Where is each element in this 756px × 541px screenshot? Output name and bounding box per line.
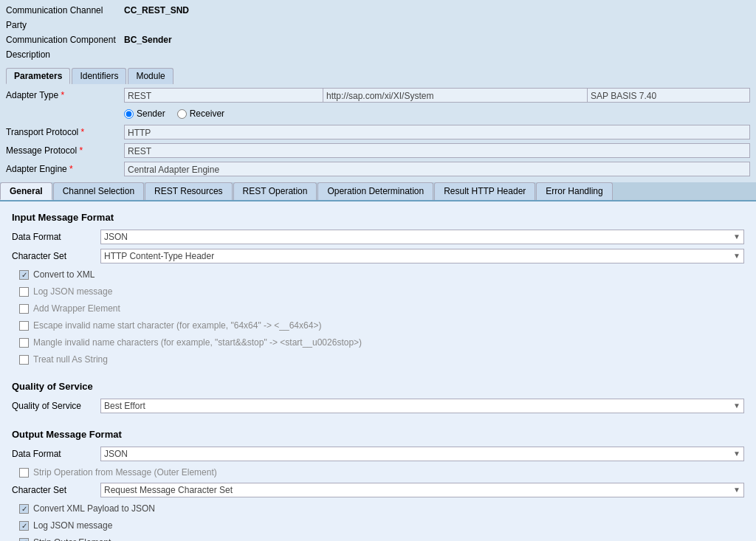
output-section-title: Output Message Format [12,429,744,440]
adapter-engine-value: Central Adapter Engine [124,162,750,176]
qos-row: Quality of Service Best Effort ▼ [12,398,744,414]
outer-tab-bar: Parameters Identifiers Module [0,65,756,84]
output-data-format-label: Data Format [12,449,100,459]
communication-channel-label: Communication Channel [6,5,124,15]
party-row: Party [6,18,750,32]
escape-invalid-checkbox[interactable] [19,321,29,331]
description-row: Description [6,47,750,62]
convert-xml-checkbox[interactable] [19,270,29,280]
tab-error-handling[interactable]: Error Handling [536,182,612,200]
qos-dropdown-arrow: ▼ [733,399,740,413]
main-content: Input Message Format Data Format JSON ▼ … [0,201,756,541]
tab-module[interactable]: Module [128,68,173,84]
output-data-format-select[interactable]: JSON ▼ [100,447,744,461]
tab-general[interactable]: General [0,182,52,200]
transport-protocol-label: Transport Protocol * [6,127,124,137]
inner-tab-bar: General Channel Selection REST Resources… [0,182,756,201]
adapter-type-value2: http://sap.com/xi/XI/System [323,88,588,103]
convert-xml-payload-label: Convert XML Payload to JSON [33,503,155,514]
character-set-label: Character Set [12,251,100,261]
transport-protocol-value: HTTP [124,125,750,139]
tab-parameters[interactable]: Parameters [6,68,70,84]
description-label: Description [6,49,124,60]
divider2 [12,417,744,426]
convert-xml-payload-row: Convert XML Payload to JSON [12,501,744,516]
adapter-type-value1: REST [124,88,323,103]
treat-null-input-label: Treat null As String [33,354,108,365]
output-character-set-row: Character Set Request Message Character … [12,482,744,498]
communication-component-value: BC_Sender [124,35,172,45]
direction-row: Sender Receiver [6,106,750,122]
direction-radio-group: Sender Receiver [124,108,224,119]
tab-rest-resources[interactable]: REST Resources [145,182,232,200]
data-format-row: Data Format JSON ▼ [12,229,744,245]
strip-outer-element-checkbox[interactable] [19,538,29,542]
mangle-invalid-row: Mangle invalid name characters (for exam… [12,335,744,350]
convert-xml-row: Convert to XML [12,267,744,282]
strip-operation-label: Strip Operation from Message (Outer Elem… [33,467,217,478]
add-wrapper-label: Add Wrapper Element [33,303,120,314]
adapter-type-row: Adapter Type * REST http://sap.com/xi/XI… [6,87,750,103]
adapter-type-value3: SAP BASIS 7.40 [588,88,750,103]
log-json-output-checkbox[interactable] [19,521,29,531]
communication-component-label: Communication Component [6,35,124,45]
strip-operation-checkbox[interactable] [19,468,29,478]
convert-xml-payload-checkbox[interactable] [19,504,29,514]
party-label: Party [6,20,124,30]
strip-outer-element-label: Strip Outer Element [33,537,111,541]
receiver-radio[interactable]: Receiver [177,108,224,119]
log-json-input-checkbox[interactable] [19,287,29,297]
adapter-engine-row: Adapter Engine * Central Adapter Engine [6,161,750,177]
data-format-label: Data Format [12,232,100,242]
convert-xml-label: Convert to XML [33,269,94,280]
output-character-set-select[interactable]: Request Message Character Set ▼ [100,483,744,497]
tab-rest-operation[interactable]: REST Operation [233,182,317,200]
output-data-format-row: Data Format JSON ▼ [12,446,744,462]
input-section-title: Input Message Format [12,212,744,223]
treat-null-input-row: Treat null As String [12,352,744,367]
header-section: Communication Channel CC_REST_SND Party … [0,0,756,65]
mangle-invalid-checkbox[interactable] [19,338,29,348]
log-json-output-label: Log JSON message [33,520,112,531]
data-format-select[interactable]: JSON ▼ [100,230,744,244]
character-set-select[interactable]: HTTP Content-Type Header ▼ [100,249,744,263]
message-protocol-label: Message Protocol * [6,145,124,156]
adapter-engine-label: Adapter Engine * [6,164,124,174]
sender-radio[interactable]: Sender [124,108,165,119]
qos-section-title: Quality of Service [12,381,744,392]
message-protocol-value: REST [124,143,750,158]
escape-invalid-row: Escape invalid name start character (for… [12,318,744,333]
escape-invalid-label: Escape invalid name start character (for… [33,320,321,331]
tab-channel-selection[interactable]: Channel Selection [53,182,144,200]
add-wrapper-checkbox[interactable] [19,304,29,314]
strip-outer-element-row: Strip Outer Element [12,535,744,541]
log-json-input-label: Log JSON message [33,286,112,297]
transport-protocol-row: Transport Protocol * HTTP [6,124,750,140]
log-json-input-row: Log JSON message [12,284,744,299]
qos-select[interactable]: Best Effort ▼ [100,399,744,413]
communication-channel-row: Communication Channel CC_REST_SND [6,3,750,18]
character-set-row: Character Set HTTP Content-Type Header ▼ [12,248,744,264]
add-wrapper-row: Add Wrapper Element [12,301,744,316]
character-set-dropdown-arrow: ▼ [733,249,740,263]
divider1 [12,369,744,378]
mangle-invalid-label: Mangle invalid name characters (for exam… [33,337,362,348]
qos-label: Quality of Service [12,401,100,411]
communication-channel-value: CC_REST_SND [124,5,189,15]
data-format-dropdown-arrow: ▼ [733,230,740,244]
adapter-type-label: Adapter Type * [6,90,124,100]
log-json-output-row: Log JSON message [12,518,744,533]
adapter-type-values: REST http://sap.com/xi/XI/System SAP BAS… [124,88,750,103]
tab-operation-determination[interactable]: Operation Determination [317,182,433,200]
strip-operation-row: Strip Operation from Message (Outer Elem… [12,465,744,480]
output-character-set-dropdown-arrow: ▼ [733,483,740,497]
communication-component-row: Communication Component BC_Sender [6,32,750,47]
tab-result-http-header[interactable]: Result HTTP Header [434,182,535,200]
output-data-format-dropdown-arrow: ▼ [733,447,740,461]
adapter-section: Adapter Type * REST http://sap.com/xi/XI… [0,84,756,182]
tab-identifiers[interactable]: Identifiers [72,68,126,84]
message-protocol-row: Message Protocol * REST [6,142,750,159]
treat-null-input-checkbox[interactable] [19,355,29,365]
output-character-set-label: Character Set [12,485,100,495]
